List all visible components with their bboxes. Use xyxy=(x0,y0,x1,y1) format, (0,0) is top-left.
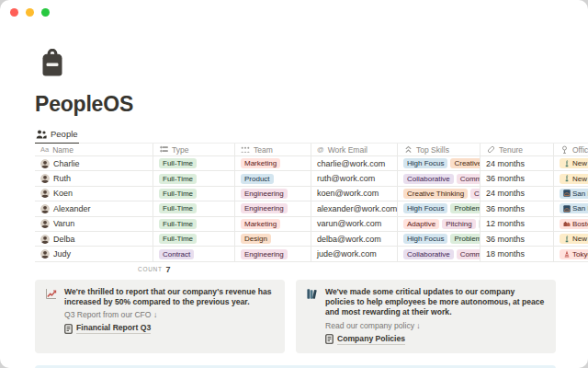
email-icon: @ xyxy=(317,145,324,155)
column-label: Top Skills xyxy=(416,145,449,155)
tag: Boston xyxy=(560,219,588,229)
cell-office: New York xyxy=(553,232,588,246)
team-icon xyxy=(241,145,250,155)
cell-top-skills: Creative ThinkingCommunication xyxy=(397,187,480,201)
tag: Marketing xyxy=(241,158,280,168)
tag: Engineering xyxy=(241,203,288,213)
cell-office: San Francisco xyxy=(553,201,588,215)
person-name: Varun xyxy=(53,219,74,228)
cell-work-email: ruth@work.com xyxy=(311,171,397,185)
cell-top-skills: High FocusCreative Thinking xyxy=(397,156,480,170)
cell-name: Judy xyxy=(35,247,153,260)
column-header-work-email[interactable]: @ Work Email xyxy=(311,144,397,156)
chart-increasing-icon xyxy=(45,288,57,300)
table-row[interactable]: Judy Contract Engineering jude@work.com … xyxy=(35,247,588,261)
cell-top-skills: CollaborativeCommunication xyxy=(397,247,480,260)
tag: Problem Solving xyxy=(450,203,480,213)
tag: Full-Time xyxy=(159,189,197,199)
tag: Collaborative xyxy=(403,174,454,184)
cell-name: Koen xyxy=(35,187,153,201)
tag: Full-Time xyxy=(159,219,197,229)
person-name: Alexander xyxy=(53,204,91,213)
callout-text: We've made some critical updates to our … xyxy=(325,287,546,318)
cell-work-email: alexander@work.com xyxy=(311,201,397,215)
avatar xyxy=(40,249,50,259)
cell-name: Delba xyxy=(35,232,153,246)
people-table: Aa Name Type xyxy=(35,144,588,277)
table-row[interactable]: Alexander Full-Time Engineering alexande… xyxy=(35,201,588,216)
cell-tenure: 24 months xyxy=(480,187,553,201)
person-name: Ruth xyxy=(53,174,71,183)
count-label[interactable]: COUNT xyxy=(138,266,163,272)
tag: Engineering xyxy=(241,249,288,259)
tag: San Francisco xyxy=(560,203,588,213)
table-row[interactable]: Delba Full-Time Design delba@work.com Hi… xyxy=(35,232,588,247)
tag: Full-Time xyxy=(159,234,197,244)
avatar xyxy=(40,204,50,213)
minimize-button[interactable] xyxy=(26,8,34,17)
select-icon xyxy=(159,145,168,155)
cell-name: Varun xyxy=(35,217,153,231)
cell-team: Engineering xyxy=(234,247,311,260)
cell-tenure: 12 months xyxy=(480,217,553,231)
column-header-type[interactable]: Type xyxy=(153,144,234,156)
cell-name: Charlie xyxy=(35,156,153,170)
cell-tenure: 36 months xyxy=(480,171,553,185)
cell-type: Full-Time xyxy=(153,156,234,170)
statue-of-liberty-icon xyxy=(563,160,571,167)
table-row[interactable]: Varun Full-Time Marketing varun@work.com… xyxy=(35,217,588,232)
column-label: Team xyxy=(254,145,273,155)
cell-type: Full-Time xyxy=(153,201,234,215)
tag: Creative Thinking xyxy=(403,189,468,199)
table-row[interactable]: Ruth Full-Time Product ruth@work.com Col… xyxy=(35,171,588,186)
tag: High Focus xyxy=(403,158,447,168)
tab-people[interactable]: People xyxy=(35,129,79,144)
people-icon xyxy=(36,130,47,139)
cell-top-skills: High FocusProblem Solving xyxy=(397,201,480,215)
column-label: Type xyxy=(172,145,188,155)
title-icon: Aa xyxy=(40,145,49,155)
tag: Engineering xyxy=(241,189,288,199)
cell-top-skills: AdaptivePitchingContr xyxy=(397,217,480,231)
column-header-office[interactable]: Office xyxy=(553,144,588,156)
link-company-policies[interactable]: Company Policies xyxy=(325,334,546,345)
tag: New York xyxy=(560,234,588,244)
cell-name: Alexander xyxy=(35,201,153,215)
cell-office: Tokyo xyxy=(553,247,588,260)
cell-team: Marketing xyxy=(234,217,311,231)
column-header-name[interactable]: Aa Name xyxy=(35,144,153,156)
tag: Adaptive xyxy=(403,219,439,229)
table-row[interactable]: Koen Full-Time Engineering koen@work.com… xyxy=(35,187,588,201)
column-header-top-skills[interactable]: Top Skills xyxy=(397,144,480,156)
houses-icon xyxy=(563,220,571,227)
tag: Product xyxy=(241,174,274,184)
tag: Design xyxy=(241,234,271,244)
column-header-tenure[interactable]: Tenure xyxy=(480,144,553,156)
avatar xyxy=(40,159,50,168)
table-footer: COUNT 7 xyxy=(35,262,588,277)
tab-label: People xyxy=(51,129,78,139)
tag: Communication xyxy=(457,174,480,184)
column-label: Name xyxy=(52,145,74,155)
column-header-team[interactable]: Team xyxy=(234,144,311,156)
link-financial-report[interactable]: Financial Report Q3 xyxy=(64,323,275,334)
callout-subtext: Q3 Report from our CFO ↓ xyxy=(64,310,275,319)
person-name: Judy xyxy=(53,249,71,259)
close-button[interactable] xyxy=(10,8,18,17)
cell-work-email: varun@work.com xyxy=(311,217,397,231)
cell-team: Engineering xyxy=(234,201,311,215)
page-icon xyxy=(64,324,73,334)
books-icon xyxy=(306,288,318,300)
cell-team: Product xyxy=(234,171,311,185)
cell-team: Marketing xyxy=(234,156,311,170)
zoom-button[interactable] xyxy=(41,8,50,17)
backpack-icon[interactable] xyxy=(40,49,64,76)
table-row[interactable]: Charlie Full-Time Marketing charlie@work… xyxy=(35,156,588,171)
cell-type: Full-Time xyxy=(153,171,234,185)
tag: Full-Time xyxy=(159,174,197,184)
column-label: Tenure xyxy=(499,145,523,155)
tag: High Focus xyxy=(403,203,447,213)
cell-tenure: 18 months xyxy=(480,247,553,260)
tag: Full-Time xyxy=(159,158,197,168)
avatar xyxy=(40,219,50,228)
